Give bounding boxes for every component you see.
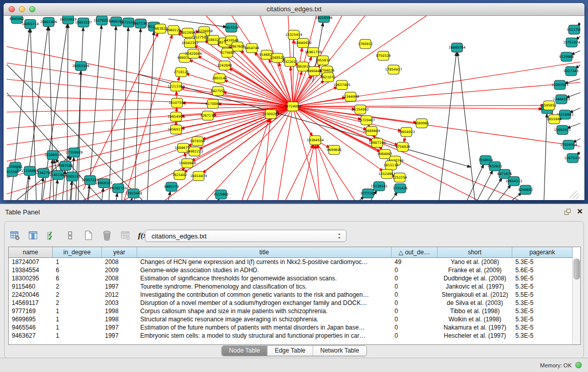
table-row[interactable]: 977716911998Corpus callosum shape and si…: [9, 307, 580, 315]
column-header-short[interactable]: short: [438, 247, 512, 258]
graph-edge[interactable]: [293, 105, 544, 106]
graph-node[interactable]: 3175685: [220, 48, 235, 57]
graph-edge[interactable]: [89, 26, 101, 200]
graph-node[interactable]: 20053346: [72, 61, 89, 71]
graph-node[interactable]: 13325419: [285, 30, 302, 39]
graph-edge[interactable]: [147, 32, 154, 200]
graph-node[interactable]: 1511704: [567, 25, 580, 34]
graph-node[interactable]: 5878354: [190, 137, 205, 146]
graph-node[interactable]: 16014479: [190, 171, 207, 181]
graph-node[interactable]: 9397588: [58, 161, 73, 170]
table-row[interactable]: 911546021997Tourette syndrome. Phenomeno…: [9, 282, 580, 291]
graph-node[interactable]: 1595852: [542, 101, 557, 110]
graph-node[interactable]: 18300295: [262, 110, 279, 119]
graph-edge[interactable]: [458, 53, 475, 200]
graph-node[interactable]: 11675338: [564, 154, 580, 163]
graph-edge[interactable]: [168, 192, 170, 200]
tab-edge-table[interactable]: Edge Table: [267, 346, 313, 356]
graph-node[interactable]: 3242848: [217, 61, 232, 70]
tab-network-table[interactable]: Network Table: [313, 346, 366, 356]
graph-node[interactable]: 8960123: [166, 26, 181, 35]
new-table-icon[interactable]: [83, 230, 94, 241]
graph-node[interactable]: 12093583: [551, 80, 568, 90]
graph-node[interactable]: 7625402: [172, 170, 187, 180]
graph-node[interactable]: 15892971: [554, 125, 571, 135]
graph-node[interactable]: 15751074: [563, 38, 580, 47]
graph-edge[interactable]: [83, 33, 158, 190]
graph-edge[interactable]: [293, 40, 294, 106]
graph-edge[interactable]: [27, 176, 29, 200]
show-columns-button[interactable]: [28, 230, 39, 241]
graph-edge[interactable]: [391, 192, 397, 200]
scrollbar-thumb[interactable]: [574, 259, 580, 279]
graph-edge[interactable]: [56, 180, 57, 200]
graph-edge[interactable]: [116, 193, 117, 200]
graph-node[interactable]: 17854937: [385, 65, 402, 74]
table-mode-button[interactable]: [9, 230, 20, 241]
graph-edge[interactable]: [102, 188, 103, 200]
graph-edge[interactable]: [488, 178, 502, 200]
graph-edge[interactable]: [263, 119, 270, 200]
table-row[interactable]: 2242004622012Investigating the contribut…: [9, 291, 580, 299]
memory-status-indicator[interactable]: [575, 362, 582, 368]
graph-edge[interactable]: [571, 51, 580, 55]
graph-node[interactable]: 3915301: [7, 167, 19, 177]
table-row[interactable]: 1872400712008Changes of HCN gene express…: [9, 258, 580, 266]
row-height-icon[interactable]: [64, 230, 76, 241]
graph-node[interactable]: 1089965: [415, 119, 429, 128]
graph-edge[interactable]: [439, 53, 456, 200]
graph-edge[interactable]: [132, 199, 132, 200]
graph-node[interactable]: 1655984: [547, 115, 562, 124]
graph-node[interactable]: 18107554: [168, 98, 185, 107]
delete-table-icon[interactable]: [101, 230, 113, 241]
tab-node-table[interactable]: Node Table: [222, 346, 267, 356]
graph-node[interactable]: 2803144: [212, 74, 227, 83]
graph-node[interactable]: 10637405: [333, 80, 350, 90]
graph-node[interactable]: 9699695: [327, 145, 342, 155]
resize-grip[interactable]: [570, 191, 579, 199]
column-header-year[interactable]: year: [102, 247, 137, 258]
column-header-title[interactable]: title: [137, 247, 391, 258]
graph-node[interactable]: 1731426: [393, 184, 408, 193]
graph-edge[interactable]: [301, 145, 314, 200]
graph-node[interactable]: 16212419: [59, 16, 76, 24]
graph-edge[interactable]: [135, 29, 141, 200]
column-header-in_degree[interactable]: in_degree: [53, 247, 102, 258]
table-select-dropdown[interactable]: citations_edges.txt ▲▼: [145, 230, 346, 242]
graph-node[interactable]: 10653287: [75, 18, 92, 27]
column-header-out_de[interactable]: △ out_de…: [391, 247, 438, 258]
graph-node[interactable]: 1760912: [358, 39, 373, 49]
graph-edge[interactable]: [293, 106, 319, 200]
graph-node[interactable]: 4170065: [206, 99, 221, 108]
graph-node[interactable]: 18640910: [294, 38, 311, 48]
graph-node[interactable]: 16648784: [448, 43, 465, 52]
graph-node[interactable]: 2718120: [174, 68, 189, 77]
graph-node[interactable]: 19218596: [315, 16, 332, 23]
graph-node[interactable]: 19654903: [167, 112, 184, 121]
network-canvas[interactable]: 8945962140557142069140616212419106532871…: [4, 16, 584, 200]
graph-node[interactable]: 8750329: [376, 51, 391, 60]
graph-node[interactable]: 20691406: [40, 17, 57, 27]
graph-node[interactable]: 9777169: [361, 189, 376, 198]
graph-edge[interactable]: [512, 193, 521, 200]
graph-node[interactable]: 8427552: [211, 86, 226, 96]
column-header-name[interactable]: name: [9, 247, 53, 258]
graph-edge[interactable]: [293, 106, 542, 109]
graph-edge[interactable]: [242, 119, 269, 200]
graph-node[interactable]: 9129966: [559, 52, 574, 61]
graph-node[interactable]: 1621072: [321, 73, 336, 82]
graph-node[interactable]: 14569117: [167, 125, 184, 134]
graph-edge[interactable]: [544, 114, 547, 200]
graph-node[interactable]: 11544998: [342, 92, 359, 101]
graph-node[interactable]: 12923448: [125, 189, 142, 198]
table-row[interactable]: 969969511998Structural magnetic resonanc…: [9, 315, 580, 323]
vertical-scrollbar[interactable]: [572, 258, 580, 344]
graph-edge[interactable]: [122, 28, 128, 200]
graph-edge[interactable]: [570, 108, 580, 113]
graph-node[interactable]: 15276021: [93, 16, 110, 25]
window-titlebar[interactable]: citations_edges.txt: [4, 3, 584, 16]
graph-node[interactable]: 9227343: [564, 67, 579, 76]
graph-node[interactable]: 9115460: [214, 190, 229, 199]
graph-edge[interactable]: [293, 106, 580, 146]
graph-edge[interactable]: [7, 63, 293, 106]
